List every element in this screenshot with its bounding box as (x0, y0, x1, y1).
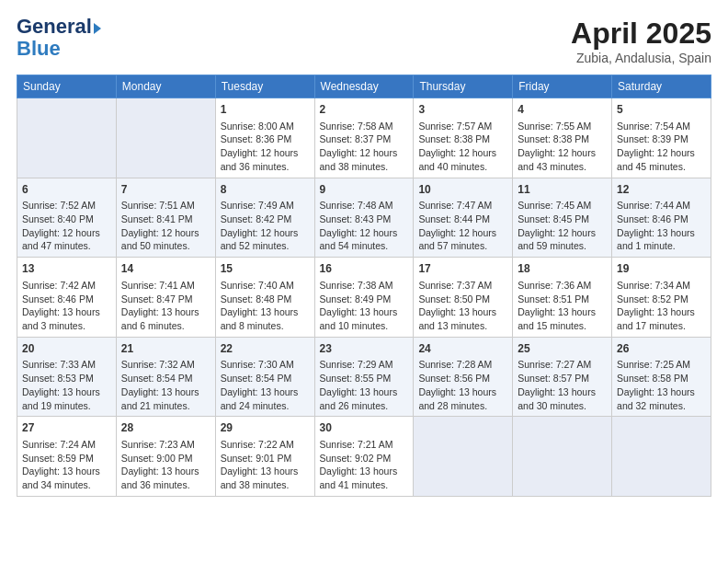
header-tuesday: Tuesday (215, 75, 314, 98)
daylight-text: Daylight: 12 hours and 52 minutes. (221, 227, 299, 252)
day-number: 24 (418, 341, 507, 357)
table-row: 1 Sunrise: 8:00 AM Sunset: 8:36 PM Dayli… (215, 98, 314, 178)
sunset-text: Sunset: 8:57 PM (518, 373, 589, 384)
sunrise-text: Sunrise: 7:38 AM (320, 280, 393, 291)
daylight-text: Daylight: 12 hours and 40 minutes. (418, 147, 496, 172)
sunrise-text: Sunrise: 7:25 AM (617, 359, 690, 370)
logo-blue-text: Blue (17, 37, 61, 61)
sunrise-text: Sunrise: 7:54 AM (617, 121, 690, 132)
day-number: 2 (320, 102, 409, 118)
sunset-text: Sunset: 8:54 PM (121, 373, 193, 384)
daylight-text: Daylight: 13 hours and 36 minutes. (121, 465, 199, 490)
table-row: 11 Sunrise: 7:45 AM Sunset: 8:45 PM Dayl… (513, 178, 612, 258)
sunrise-text: Sunrise: 7:34 AM (617, 280, 690, 291)
sunset-text: Sunset: 8:56 PM (418, 373, 490, 384)
table-row: 2 Sunrise: 7:58 AM Sunset: 8:37 PM Dayli… (314, 98, 414, 178)
sunset-text: Sunset: 8:39 PM (617, 133, 688, 144)
sunset-text: Sunset: 8:54 PM (221, 373, 292, 384)
daylight-text: Daylight: 12 hours and 43 minutes. (518, 147, 596, 172)
sunrise-text: Sunrise: 7:27 AM (518, 359, 591, 370)
sunset-text: Sunset: 8:47 PM (121, 293, 193, 304)
table-row: 6 Sunrise: 7:52 AM Sunset: 8:40 PM Dayli… (17, 178, 117, 258)
sunrise-text: Sunrise: 7:23 AM (121, 439, 195, 450)
table-row: 13 Sunrise: 7:42 AM Sunset: 8:46 PM Dayl… (17, 258, 117, 338)
daylight-text: Daylight: 12 hours and 45 minutes. (617, 147, 695, 172)
day-number: 20 (22, 341, 111, 357)
header-monday: Monday (116, 75, 215, 98)
sunrise-text: Sunrise: 7:36 AM (518, 280, 591, 291)
table-row: 4 Sunrise: 7:55 AM Sunset: 8:38 PM Dayli… (513, 98, 612, 178)
daylight-text: Daylight: 13 hours and 24 minutes. (221, 386, 299, 411)
sunrise-text: Sunrise: 7:40 AM (221, 280, 294, 291)
sunset-text: Sunset: 9:00 PM (121, 453, 193, 464)
daylight-text: Daylight: 13 hours and 30 minutes. (518, 386, 596, 411)
sunset-text: Sunset: 8:37 PM (320, 133, 392, 144)
sunrise-text: Sunrise: 7:57 AM (418, 121, 492, 132)
day-number: 18 (518, 261, 607, 277)
daylight-text: Daylight: 13 hours and 21 minutes. (121, 386, 199, 411)
daylight-text: Daylight: 13 hours and 26 minutes. (320, 386, 398, 411)
day-number: 28 (121, 420, 210, 436)
daylight-text: Daylight: 13 hours and 38 minutes. (221, 465, 299, 490)
calendar-table: Sunday Monday Tuesday Wednesday Thursday… (17, 75, 711, 497)
daylight-text: Daylight: 12 hours and 59 minutes. (518, 227, 596, 252)
logo-triangle-icon (94, 23, 101, 34)
calendar-week-row: 6 Sunrise: 7:52 AM Sunset: 8:40 PM Dayli… (17, 178, 711, 258)
sunrise-text: Sunrise: 7:55 AM (518, 121, 591, 132)
day-number: 29 (221, 420, 310, 436)
table-row: 29 Sunrise: 7:22 AM Sunset: 9:01 PM Dayl… (215, 417, 314, 497)
sunset-text: Sunset: 8:38 PM (518, 133, 589, 144)
daylight-text: Daylight: 12 hours and 36 minutes. (221, 147, 299, 172)
sunset-text: Sunset: 8:38 PM (418, 133, 490, 144)
day-number: 13 (22, 261, 111, 277)
daylight-text: Daylight: 13 hours and 1 minute. (617, 227, 695, 252)
daylight-text: Daylight: 12 hours and 50 minutes. (121, 227, 199, 252)
day-number: 1 (221, 102, 310, 118)
daylight-text: Daylight: 13 hours and 13 minutes. (418, 306, 496, 331)
day-number: 16 (320, 261, 409, 277)
calendar-week-row: 20 Sunrise: 7:33 AM Sunset: 8:53 PM Dayl… (17, 337, 711, 417)
table-row: 23 Sunrise: 7:29 AM Sunset: 8:55 PM Dayl… (314, 337, 414, 417)
sunrise-text: Sunrise: 7:41 AM (121, 280, 195, 291)
daylight-text: Daylight: 12 hours and 54 minutes. (320, 227, 398, 252)
table-row: 14 Sunrise: 7:41 AM Sunset: 8:47 PM Dayl… (116, 258, 215, 338)
sunset-text: Sunset: 8:40 PM (22, 213, 94, 224)
logo-general-text: General (17, 17, 92, 37)
table-row: 16 Sunrise: 7:38 AM Sunset: 8:49 PM Dayl… (314, 258, 414, 338)
sunset-text: Sunset: 9:02 PM (320, 453, 392, 464)
table-row: 17 Sunrise: 7:37 AM Sunset: 8:50 PM Dayl… (414, 258, 513, 338)
table-row: 12 Sunrise: 7:44 AM Sunset: 8:46 PM Dayl… (612, 178, 711, 258)
table-row: 15 Sunrise: 7:40 AM Sunset: 8:48 PM Dayl… (215, 258, 314, 338)
table-row (414, 417, 513, 497)
day-number: 9 (320, 182, 409, 198)
sunset-text: Sunset: 8:59 PM (22, 453, 94, 464)
day-number: 5 (617, 102, 706, 118)
daylight-text: Daylight: 12 hours and 47 minutes. (22, 227, 100, 252)
daylight-text: Daylight: 13 hours and 28 minutes. (418, 386, 496, 411)
location: Zubia, Andalusia, Spain (571, 51, 711, 65)
sunrise-text: Sunrise: 7:49 AM (221, 200, 294, 211)
table-row: 25 Sunrise: 7:27 AM Sunset: 8:57 PM Dayl… (513, 337, 612, 417)
calendar-header-row: Sunday Monday Tuesday Wednesday Thursday… (17, 75, 711, 98)
day-number: 6 (22, 182, 111, 198)
daylight-text: Daylight: 13 hours and 19 minutes. (22, 386, 100, 411)
table-row: 21 Sunrise: 7:32 AM Sunset: 8:54 PM Dayl… (116, 337, 215, 417)
day-number: 27 (22, 420, 111, 436)
sunset-text: Sunset: 8:42 PM (221, 213, 292, 224)
table-row: 8 Sunrise: 7:49 AM Sunset: 8:42 PM Dayli… (215, 178, 314, 258)
table-row: 5 Sunrise: 7:54 AM Sunset: 8:39 PM Dayli… (612, 98, 711, 178)
sunset-text: Sunset: 8:53 PM (22, 373, 94, 384)
day-number: 30 (320, 420, 409, 436)
day-number: 19 (617, 261, 706, 277)
sunset-text: Sunset: 9:01 PM (221, 453, 292, 464)
sunrise-text: Sunrise: 7:51 AM (121, 200, 195, 211)
table-row: 30 Sunrise: 7:21 AM Sunset: 9:02 PM Dayl… (314, 417, 414, 497)
header-sunday: Sunday (17, 75, 117, 98)
day-number: 15 (221, 261, 310, 277)
header-friday: Friday (513, 75, 612, 98)
table-row: 18 Sunrise: 7:36 AM Sunset: 8:51 PM Dayl… (513, 258, 612, 338)
sunrise-text: Sunrise: 7:32 AM (121, 359, 195, 370)
sunrise-text: Sunrise: 7:30 AM (221, 359, 294, 370)
table-row: 26 Sunrise: 7:25 AM Sunset: 8:58 PM Dayl… (612, 337, 711, 417)
sunset-text: Sunset: 8:44 PM (418, 213, 490, 224)
